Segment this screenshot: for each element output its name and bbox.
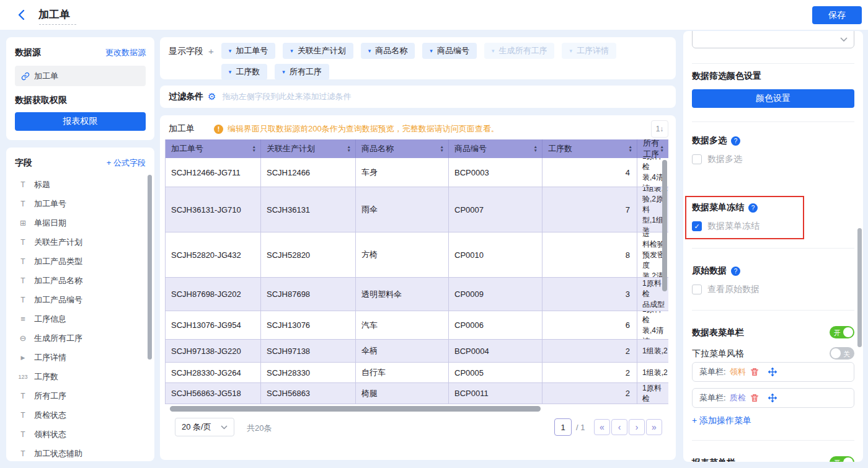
back-chevron-icon[interactable] <box>16 9 29 21</box>
menu-bar-item[interactable]: 菜单栏:质检 <box>692 388 854 408</box>
toggle-on-label: 开 <box>834 459 841 462</box>
last-page-button[interactable]: » <box>646 419 662 435</box>
field-item[interactable]: ⊖生成所有工序 <box>17 329 146 348</box>
move-icon[interactable] <box>768 393 777 403</box>
table-cell: 3 <box>542 278 637 311</box>
field-item[interactable]: T标题 <box>17 175 146 194</box>
color-settings-button[interactable]: 颜色设置 <box>692 89 854 108</box>
change-datasource-link[interactable]: 更改数据源 <box>105 47 146 58</box>
field-item[interactable]: T所有工序 <box>17 386 146 405</box>
report-menubar-toggle[interactable]: 开 <box>830 456 854 462</box>
column-header[interactable]: 加工单号▲▼ <box>166 139 261 158</box>
table-menubar-toggle[interactable]: 开 <box>830 326 854 338</box>
report-menubar-title: 报表菜单栏 <box>692 457 735 462</box>
next-page-button[interactable]: › <box>629 419 645 435</box>
field-item[interactable]: T加工产品类型 <box>17 252 146 271</box>
column-header[interactable]: 商品编号▲▼ <box>449 139 542 158</box>
checkbox-unchecked[interactable] <box>692 285 702 294</box>
column-header[interactable]: 所有工序▲▼ <box>637 139 668 158</box>
question-icon[interactable]: ? <box>731 267 740 276</box>
multi-select-checkbox-row[interactable]: 数据多选 <box>692 154 742 165</box>
display-field-tag[interactable]: ▾工序数 <box>221 64 268 80</box>
column-header[interactable]: 商品名称▲▼ <box>356 139 449 158</box>
move-icon[interactable] <box>768 367 777 377</box>
menu-freeze-checkbox-row[interactable]: ✓ 数据菜单冻结 <box>692 221 760 232</box>
menu-bar-item[interactable]: 菜单栏:领料 <box>692 362 854 382</box>
link-icon <box>21 72 30 81</box>
field-item[interactable]: T加工产品编号 <box>17 290 146 309</box>
field-label: 加工产品类型 <box>34 256 82 267</box>
display-field-tag[interactable]: ▾生成所有工序 <box>484 43 555 59</box>
date-icon: ⊞ <box>17 219 29 227</box>
page-number-input[interactable]: 1 <box>554 418 572 436</box>
display-field-tag[interactable]: ▾商品名称 <box>361 43 415 59</box>
field-item[interactable]: T领料状态 <box>17 425 146 444</box>
datasource-title: 数据源 <box>15 47 41 58</box>
multi-select-title-text: 数据多选 <box>692 135 727 146</box>
column-header[interactable]: 工序数▲▼ <box>542 139 637 158</box>
field-item[interactable]: T质检状态 <box>17 405 146 425</box>
add-formula-field-link[interactable]: + 公式字段 <box>107 157 146 169</box>
add-display-field-icon[interactable]: + <box>208 46 214 56</box>
fields-panel: 字段 + 公式字段 T标题T加工单号⊞单据日期T关联生产计划T加工产品类型T加工… <box>6 148 154 461</box>
fields-scrollbar[interactable] <box>148 175 152 360</box>
question-icon[interactable]: ? <box>731 136 740 146</box>
display-field-tag[interactable]: ▾所有工序 <box>275 64 329 80</box>
save-button[interactable]: 保存 <box>812 6 862 24</box>
caret-down-icon: ▾ <box>229 69 232 75</box>
table-cell: CP0009 <box>449 278 542 311</box>
trash-icon[interactable] <box>750 367 760 377</box>
checkbox-unchecked[interactable] <box>692 154 702 164</box>
title-icon: T <box>17 180 29 189</box>
display-field-tag[interactable]: ▾加工单号 <box>221 43 276 59</box>
field-item[interactable]: T关联生产计划 <box>17 232 146 252</box>
grid-horizontal-scrollbar[interactable] <box>170 406 541 412</box>
field-item[interactable]: ≡工序信息 <box>17 309 146 329</box>
question-icon[interactable]: ? <box>748 203 758 213</box>
display-fields-panel: 显示字段 + ▾加工单号▾关联生产计划▾商品名称▾商品编号▾生成所有工序▾工序详… <box>160 37 676 79</box>
caret-down-icon: ▾ <box>229 48 232 54</box>
field-item[interactable]: ⊞单据日期 <box>17 213 146 232</box>
display-field-tag[interactable]: ▾关联生产计划 <box>283 43 353 59</box>
first-page-button[interactable]: « <box>594 419 610 435</box>
filter-panel[interactable]: 过滤条件 ⚙ 拖动左侧字段到此处来添加过滤条件 <box>160 86 676 108</box>
settings-scrollbar[interactable] <box>857 228 862 347</box>
field-item[interactable]: T加工状态辅助 <box>17 444 146 461</box>
field-item[interactable]: T加工产品名称 <box>17 271 146 290</box>
checkbox-checked[interactable]: ✓ <box>692 221 702 231</box>
add-action-menu-link[interactable]: + 添加操作菜单 <box>692 415 751 426</box>
display-field-tag[interactable]: ▾工序详情 <box>562 43 616 59</box>
raw-data-checkbox-row[interactable]: 查看原始数据 <box>692 284 760 295</box>
table-cell: SCJH36131 <box>261 187 356 232</box>
grid-vertical-scrollbar[interactable] <box>662 160 667 291</box>
column-label: 关联生产计划 <box>267 143 315 154</box>
datasource-item[interactable]: 加工单 <box>15 66 146 86</box>
table-cell: BCP0011 <box>449 383 542 404</box>
display-field-tag[interactable]: ▾商品编号 <box>422 43 477 59</box>
field-item[interactable]: T加工单号 <box>17 194 146 213</box>
trash-icon[interactable] <box>750 393 760 403</box>
settings-select[interactable] <box>692 31 854 48</box>
table-cell: 伞柄 <box>356 340 449 363</box>
table-cell: SCJH12466-JG711 <box>166 158 261 187</box>
prev-page-button[interactable]: ‹ <box>611 419 627 435</box>
column-header[interactable]: 关联生产计划▲▼ <box>261 139 356 158</box>
gear-icon[interactable]: ⚙ <box>208 91 216 102</box>
settings-panel: 数据筛选颜色设置 颜色设置 数据多选 ? 数据多选 数据菜单冻结 ? ✓ 数据菜… <box>683 31 863 462</box>
field-item[interactable]: 123工序数 <box>17 367 146 386</box>
report-permission-button[interactable]: 报表权限 <box>15 112 146 131</box>
table-cell: BCP0004 <box>449 340 542 363</box>
number-icon: 123 <box>17 374 29 380</box>
field-item[interactable]: ▶工序详情 <box>17 348 146 367</box>
column-label: 商品名称 <box>361 143 394 154</box>
field-label: 生成所有工序 <box>34 333 82 344</box>
caret-down-icon: ▾ <box>569 48 572 54</box>
display-field-tags: ▾加工单号▾关联生产计划▾商品名称▾商品编号▾生成所有工序▾工序详情▾工序数▾所… <box>221 43 649 80</box>
sort-order-icon[interactable]: 1↓ <box>651 120 668 138</box>
table-row: SCJH12466-JG711SCJH12466车身BCP000341原料检 装… <box>166 158 668 187</box>
table-cell: SCJH56863-JG518 <box>166 383 261 404</box>
preview-table-panel: 加工单 ! 编辑界面只取数据源前200条作为查询数据预览，完整数据请访问页面查看… <box>160 115 676 460</box>
table-menubar-title: 数据表菜单栏 <box>692 327 744 338</box>
page-size-select[interactable]: 20 条/页 <box>175 418 234 436</box>
dropdown-style-toggle[interactable]: 关 <box>830 347 854 360</box>
